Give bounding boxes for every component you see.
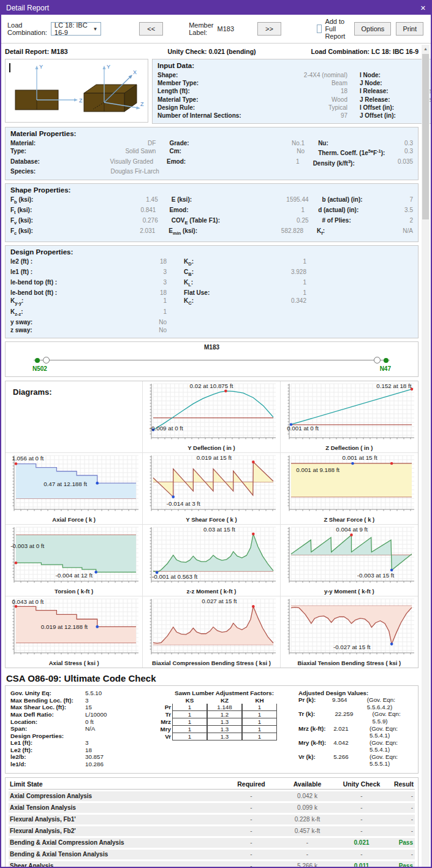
chart-title: Axial Force ( k )	[6, 516, 142, 523]
factor-col-kz: KZ	[207, 697, 242, 704]
diagram-axial-force: 1.056 at 0 ft0.47 at 12.188 ftAxial Forc…	[6, 453, 143, 525]
chart-value-label: 0.019 at 12.188 ft	[41, 623, 88, 630]
chart-value-label: -0.001 at 0.563 ft	[152, 573, 197, 580]
summary-row: Le1 (ft): 3	[10, 739, 156, 747]
chart-value-label: 0.027 at 15 ft	[202, 598, 237, 604]
property-row: Species: Douglas Fir-Larch	[10, 167, 413, 175]
print-button[interactable]: Print	[396, 22, 423, 36]
property-row: le1 (ft) : 3 CB: 3.928	[10, 268, 413, 278]
factor-row: Vr 1 1.3 1	[156, 733, 292, 740]
add-to-full-report-checkbox[interactable]	[317, 25, 322, 33]
chart-value-label: 0.001 at 15 ft	[343, 454, 377, 461]
chart-value-label: -0.004 at 12 ft	[56, 572, 93, 579]
axis-y-label-2d: Y	[39, 64, 43, 70]
adjusted-value-row: Mrz (k-ft): 2.021 (Gov. Eqn: 5.5.4.1)	[298, 725, 413, 739]
table-row: Bending & Axial Compression Analysis - -…	[9, 838, 415, 848]
report-content: Detail Report: M183 Unity Check: 0.021 (…	[1, 44, 431, 868]
summary-row: Le2 (ft): 18	[10, 747, 156, 754]
chart-title: Y Shear Force ( k )	[143, 516, 279, 523]
chart-value-label: -0.027 at 15 ft	[333, 644, 370, 650]
previous-member-button[interactable]: <<	[139, 22, 163, 36]
summary-row: Max Bending Loc. (ft): 3	[10, 697, 156, 704]
property-row: Type: Solid Sawn Cm: No Therm. Coeff. (1…	[10, 147, 413, 158]
property-row: Ft (ksi): 0.841 Emod: 1 d (actual) (in):…	[10, 206, 413, 216]
j-node-label: N47	[380, 365, 391, 372]
load-combination-dropdown[interactable]: LC 18: IBC 16-9 ▼	[51, 22, 101, 36]
summary-row: Max Shear Loc. (ft): 15	[10, 704, 156, 711]
diagram-zz-moment: 0.03 at 15 ft-0.001 at 0.563 ftz-z Momen…	[143, 525, 280, 596]
factor-row: Tr 1 1.2 1	[156, 711, 292, 718]
chart-title: Y Deflection ( in )	[143, 444, 279, 451]
factor-col-kh: KH	[242, 697, 277, 704]
property-row: le-bend top (ft) : 3 KL: 1	[10, 278, 413, 289]
property-row: Length (ft): 18 I Release: BenPIN	[157, 87, 432, 95]
scroll-up-icon[interactable]: ▲	[422, 45, 430, 53]
summary-row: Span: N/A	[10, 725, 156, 733]
adjusted-design-values-rows: Pr (k): 9.364 (Gov. Eqn: 5.5.6.4.2) Tr (…	[298, 696, 413, 767]
member-elevation-diagram: M183 N502 N47	[5, 341, 419, 377]
input-data-section: Input Data: Shape: 2-4X4 (nominal) I Nod…	[152, 59, 432, 124]
table-row: Axial Tension Analysis - 0.099 k - -	[9, 803, 415, 813]
code-check-box: Gov. Unity Eq: 5.5.10 Max Bending Loc. (…	[5, 685, 419, 774]
vertical-scrollbar[interactable]: ▲ ▼	[422, 45, 430, 868]
adjusted-design-values-column: Adjusted Design Values: Pr (k): 9.364 (G…	[292, 690, 413, 768]
table-row: Axial Compression Analysis - 0.042 k - -	[9, 791, 415, 801]
j-node-dot	[384, 358, 388, 363]
report-header: Detail Report: M183 Unity Check: 0.021 (…	[5, 45, 419, 58]
text-cursor	[9, 63, 10, 72]
adjustment-factors-title: Sawn Lumber Adjustment Factors:	[156, 690, 292, 696]
code-check-heading: CSA O86-09: Ultimate Code Check	[6, 673, 419, 683]
summary-row: le1/d: 10.286	[10, 761, 156, 768]
j-node-pin-icon	[374, 357, 381, 364]
factor-row: Mry 1 1.3 1	[156, 726, 292, 733]
table-row: Flexural Analysis, Fb2' - 0.457 k-ft - -	[9, 826, 415, 836]
col-result: Result	[387, 780, 415, 788]
options-button[interactable]: Options	[354, 22, 391, 36]
chevron-down-icon: ▼	[93, 26, 97, 32]
diagram-biaxial-compression-bending-stress: 0.027 at 15 ftBiaxial Compression Bendin…	[143, 596, 280, 668]
i-node-pin-icon	[43, 357, 50, 364]
adjusted-value-row: Vr (k): 5.266 (Gov. Eqn: 5.5.5.1)	[298, 753, 413, 767]
chart-canvas	[145, 454, 277, 514]
property-row: le-bend bot (ft) : 18 Flat Use: 1	[10, 289, 413, 297]
diagram-z-deflection: 0.152 at 18 ft0.001 at 0 ftZ Deflection …	[281, 381, 418, 453]
design-properties-subheading: Design Properties:	[10, 733, 156, 740]
property-row: le2 (ft) : 18 KD: 1	[10, 257, 413, 268]
table-row: Bending & Axial Tension Analysis - - - -	[9, 850, 415, 859]
diagram-y-shear-force: 0.019 at 15 ft-0.014 at 3 ftY Shear Forc…	[143, 453, 280, 525]
adjusted-value-row: Tr (k): 22.259 (Gov. Eqn: 5.5.9)	[298, 710, 413, 725]
next-member-button[interactable]: >>	[257, 22, 281, 36]
chart-title: z-z Moment ( k-ft )	[143, 588, 279, 595]
chart-canvas	[283, 383, 415, 443]
factor-row: Pr 1 1.148 1	[156, 704, 292, 711]
limit-state-table: Limit State Required Available Unity Che…	[5, 777, 419, 868]
table-row: Flexural Analysis, Fb1' - 0.228 k-ft - -	[9, 815, 415, 824]
window-title: Detail Report	[6, 4, 420, 12]
diagram-torsion: -0.003 at 0 ft-0.004 at 12 ftTorsion ( k…	[6, 525, 143, 596]
chart-title: Z Deflection ( in )	[281, 444, 418, 451]
axis-z-label-3d: Z	[140, 101, 144, 107]
property-row: Design Rule: Typical I Offset (in): N/A	[157, 104, 432, 112]
toolbar: Load Combination: LC 18: IBC 16-9 ▼ << M…	[1, 15, 431, 44]
adjusted-design-values-title: Adjusted Design Values:	[298, 690, 413, 696]
diagrams-grid: Diagrams: 0.02 at 10.875 ft-0.009 at 0 f…	[5, 381, 419, 668]
load-combination-summary: Load Combination: LC 18: IBC 16-9	[289, 48, 419, 55]
adjustment-factors-header: KS KZ KH	[172, 697, 292, 704]
scroll-down-icon[interactable]: ▼	[422, 864, 430, 868]
close-icon[interactable]: ✕	[420, 5, 426, 12]
member-name: M183	[6, 342, 418, 351]
add-to-full-report-label: Add to Full Report	[325, 18, 354, 40]
chart-value-label: 0.043 at 0 ft	[12, 598, 44, 605]
section-axes-drawing: Y Z Y X Z	[6, 59, 148, 121]
input-data-rows: Shape: 2-4X4 (nominal) I Node: N502 Memb…	[157, 71, 432, 120]
property-row: Fv (ksi): 0.276 COVE (Table F1): 0.25 # …	[10, 216, 413, 227]
chart-value-label: 0.02 at 10.875 ft	[190, 383, 233, 389]
property-row: Ky-y: 1 KC: 0.342	[10, 297, 413, 307]
factor-col-ks: KS	[172, 697, 207, 704]
diagram-z-shear-force: 0.001 at 15 ft0.001 at 9.188 ftZ Shear F…	[281, 453, 418, 525]
scrollbar-thumb[interactable]	[422, 54, 429, 219]
chart-value-label: -0.003 at 15 ft	[357, 572, 394, 579]
summary-row: le2/b: 30.857	[10, 753, 156, 761]
chart-value-label: 0.019 at 15 ft	[197, 454, 232, 461]
chart-title: y-y Moment ( k-ft )	[281, 588, 418, 595]
